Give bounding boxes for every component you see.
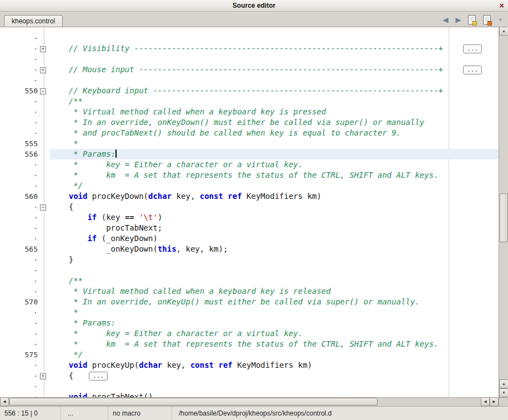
fold-collapse-icon[interactable]: − — [40, 88, 46, 94]
code-line[interactable]: 570 * In an override, onKeyUp() must eit… — [0, 297, 499, 307]
code-line[interactable]: 565 _onKeyDown(this, key, km); — [0, 244, 499, 254]
code-line[interactable]: · * Virtual method called when a keyboar… — [0, 107, 499, 117]
code-line[interactable]: · * Virtual method called when a keyboar… — [0, 286, 499, 297]
code-line[interactable]: 550− // Keyboard input -----------------… — [0, 86, 499, 96]
add-editor-icon[interactable]: + — [498, 15, 502, 24]
code-line[interactable]: · if (_onKeyDown) — [0, 233, 499, 244]
code-line[interactable]: · * Params: — [0, 318, 499, 328]
code-text: * km = A set that represents the status … — [50, 171, 439, 179]
fold-gutter — [38, 276, 50, 286]
jump-back-icon[interactable]: ◀ — [442, 15, 448, 24]
code-line[interactable]: 560 void procKeyDown(dchar key, const re… — [0, 191, 499, 202]
code-line[interactable]: ·− { — [0, 202, 499, 212]
code-line[interactable]: · — [0, 265, 499, 276]
vertical-scrollbar[interactable]: ▲ ▲ ▼ — [499, 27, 508, 397]
code-line[interactable]: ·+ {... — [0, 371, 499, 381]
close-icon[interactable]: × — [499, 0, 504, 11]
horizontal-scrollbar-thumb[interactable] — [9, 398, 378, 406]
code-line[interactable]: · — [0, 381, 499, 392]
fold-collapse-icon[interactable]: − — [40, 204, 46, 211]
code-line[interactable]: · /** — [0, 96, 499, 107]
line-number: 560 — [0, 191, 38, 202]
code-line[interactable]: · procTabNext; — [0, 223, 499, 233]
line-number: · — [0, 212, 38, 223]
fold-gutter — [38, 254, 50, 265]
fold-expand-icon[interactable]: + — [40, 67, 46, 73]
code-line[interactable]: · void procTabNext() — [0, 392, 499, 397]
folded-code-box[interactable]: ... — [89, 372, 108, 381]
fold-gutter — [38, 233, 50, 244]
code-line[interactable]: · void procKeyUp(dchar key, const ref Ke… — [0, 360, 499, 371]
line-number: · — [0, 223, 38, 233]
code-text: * Virtual method called when a keyboard … — [50, 107, 326, 116]
code-text: void procKeyDown(dchar key, const ref Ke… — [50, 192, 321, 201]
fold-gutter — [38, 33, 50, 43]
tab-kheops-control[interactable]: kheops.control — [4, 15, 63, 27]
code-text: * km = A set that represents the status … — [50, 339, 439, 348]
line-number: · — [0, 159, 38, 170]
code-text: void procTabNext() — [50, 392, 153, 397]
code-line[interactable]: · } — [0, 254, 499, 265]
code-text: * Params: — [50, 149, 117, 158]
tab-label: kheops.control — [12, 17, 55, 25]
folded-code-box[interactable]: ... — [463, 44, 482, 53]
document-save-icon[interactable] — [483, 15, 491, 24]
code-line[interactable]: · * and procTabNext() should be called w… — [0, 128, 499, 138]
scroll-down-icon[interactable]: ▼ — [499, 388, 508, 397]
code-text: */ — [50, 350, 83, 359]
code-text: // Visibility --------------------------… — [50, 44, 482, 53]
code-line[interactable]: · * In an override, onKeyDown() must eit… — [0, 117, 499, 128]
scroll-up-icon[interactable]: ▲ — [499, 27, 508, 36]
fold-expand-icon[interactable]: + — [40, 373, 46, 379]
code-text: * Params: — [50, 318, 115, 327]
code-line[interactable]: · — [0, 75, 499, 86]
code-line[interactable]: · * km = A set that represents the statu… — [0, 170, 499, 181]
code-text: void procKeyUp(dchar key, const ref KeyM… — [50, 361, 312, 369]
code-line[interactable]: 556 * Params: — [0, 149, 499, 159]
scroll-left-icon[interactable]: ◀ — [481, 397, 490, 406]
code-line[interactable]: ·+ // Mouse input ----------------------… — [0, 64, 499, 75]
code-line[interactable]: ·+ // Visibility -----------------------… — [0, 43, 499, 54]
line-number: · — [0, 33, 38, 43]
fold-gutter — [38, 265, 50, 276]
code-line[interactable]: · — [0, 33, 499, 43]
fold-expand-icon[interactable]: + — [40, 46, 46, 52]
code-line[interactable]: · if (key == '\t') — [0, 212, 499, 223]
line-number: · — [0, 360, 38, 371]
vertical-scrollbar-thumb[interactable] — [500, 193, 508, 242]
horizontal-scrollbar[interactable]: ◀ ◀ ▶ — [0, 397, 499, 406]
line-number: 570 — [0, 297, 38, 307]
fold-gutter — [38, 170, 50, 181]
fold-gutter — [38, 181, 50, 191]
code-line[interactable]: · * — [0, 307, 499, 318]
code-line[interactable]: 555 * — [0, 138, 499, 149]
code-line[interactable]: · * km = A set that represents the statu… — [0, 339, 499, 349]
document-new-icon[interactable] — [468, 15, 476, 24]
fold-gutter — [38, 54, 50, 64]
code-area[interactable]: ··+ // Visibility ----------------------… — [0, 27, 499, 397]
code-line[interactable]: · * key = Either a character or a virtua… — [0, 328, 499, 339]
code-text: * key = Either a character or a virtual … — [50, 160, 303, 169]
code-line[interactable]: · */ — [0, 181, 499, 191]
file-path: /home/basile/Dev/dproj/kheops/src/kheops… — [172, 407, 508, 420]
fold-gutter — [38, 96, 50, 107]
scroll-left-icon[interactable]: ◀ — [0, 397, 9, 406]
folded-code-box[interactable]: ... — [463, 66, 482, 74]
code-line[interactable]: · — [0, 54, 499, 64]
line-number: · — [0, 128, 38, 138]
scroll-right-icon[interactable]: ▶ — [490, 397, 499, 406]
editor-toolbar: ◀▶+ — [442, 14, 502, 24]
code-text: // Keyboard input ----------------------… — [50, 86, 443, 95]
code-line[interactable]: 575 */ — [0, 349, 499, 360]
scroll-up-icon[interactable]: ▲ — [499, 379, 508, 388]
tab-bar: kheops.control ◀▶+ — [0, 12, 508, 27]
line-number: · — [0, 43, 38, 54]
code-line[interactable]: · /** — [0, 276, 499, 286]
code-text: _onKeyDown(this, key, km); — [50, 244, 228, 253]
code-text: if (_onKeyDown) — [50, 234, 158, 243]
code-text: * and procTabNext() should be called whe… — [50, 128, 401, 137]
jump-forward-icon[interactable]: ▶ — [455, 15, 461, 24]
line-number: 556 — [0, 149, 38, 159]
code-line[interactable]: · * key = Either a character or a virtua… — [0, 159, 499, 170]
fold-gutter — [38, 75, 50, 86]
